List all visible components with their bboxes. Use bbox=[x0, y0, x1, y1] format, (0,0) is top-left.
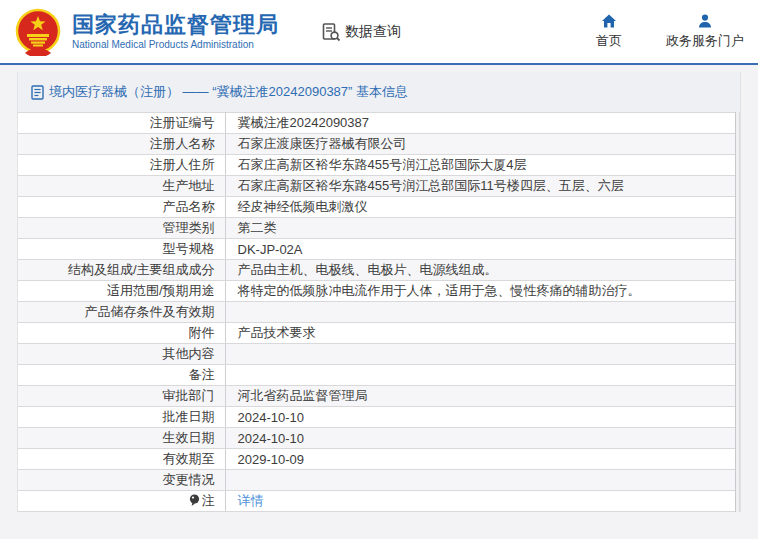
row-label: 审批部门 bbox=[18, 386, 225, 407]
table-row: 其他内容 bbox=[18, 344, 740, 365]
row-label: 变更情况 bbox=[18, 470, 225, 491]
row-label: 结构及组成/主要组成成分 bbox=[18, 260, 225, 281]
data-query-label: 数据查询 bbox=[345, 23, 401, 41]
row-value: 石家庄高新区裕华东路455号润江总部国际大厦4层 bbox=[225, 155, 740, 176]
site-header: 国家药品监督管理局 National Medical Products Admi… bbox=[0, 0, 758, 63]
table-row: 注册人名称 石家庄渡康医疗器械有限公司 bbox=[18, 134, 740, 155]
document-icon bbox=[31, 85, 44, 100]
nav-home[interactable]: 首页 bbox=[596, 13, 622, 50]
row-label: 适用范围/预期用途 bbox=[18, 281, 225, 302]
nav-gov-portal-label: 政务服务门户 bbox=[666, 32, 744, 50]
user-icon bbox=[697, 13, 713, 29]
doc-search-icon bbox=[321, 22, 341, 42]
table-row: 审批部门 河北省药品监督管理局 bbox=[18, 386, 740, 407]
note-label: 注 bbox=[202, 493, 215, 508]
table-row: 注册人住所 石家庄高新区裕华东路455号润江总部国际大厦4层 bbox=[18, 155, 740, 176]
row-value: 第二类 bbox=[225, 218, 740, 239]
row-value: 详情 bbox=[225, 491, 740, 512]
row-label: 备注 bbox=[18, 365, 225, 386]
nav-gov-portal[interactable]: 政务服务门户 bbox=[666, 13, 744, 50]
table-row: 产品储存条件及有效期 bbox=[18, 302, 740, 323]
row-label: 注册证编号 bbox=[18, 113, 225, 134]
row-label: 产品储存条件及有效期 bbox=[18, 302, 225, 323]
registration-info-table: 注册证编号 冀械注准20242090387 注册人名称 石家庄渡康医疗器械有限公… bbox=[18, 112, 740, 512]
brand-block: 国家药品监督管理局 National Medical Products Admi… bbox=[72, 13, 279, 50]
row-value bbox=[225, 470, 740, 491]
breadcrumb: 境内医疗器械（注册） —— “冀械注准20242090387” 基本信息 bbox=[18, 72, 740, 112]
row-value: 石家庄高新区裕华东路455号润江总部国际11号楼四层、五层、六层 bbox=[225, 176, 740, 197]
table-row: 批准日期 2024-10-10 bbox=[18, 407, 740, 428]
row-label: 生产地址 bbox=[18, 176, 225, 197]
row-label: 生效日期 bbox=[18, 428, 225, 449]
table-row: 有效期至 2029-10-09 bbox=[18, 449, 740, 470]
content-card: 境内医疗器械（注册） —— “冀械注准20242090387” 基本信息 注册证… bbox=[17, 72, 741, 512]
row-value bbox=[225, 302, 740, 323]
table-row: 注册证编号 冀械注准20242090387 bbox=[18, 113, 740, 134]
note-icon bbox=[189, 494, 200, 507]
home-icon bbox=[601, 13, 617, 29]
row-label: 型号规格 bbox=[18, 239, 225, 260]
table-row: 备注 bbox=[18, 365, 740, 386]
row-value: 石家庄渡康医疗器械有限公司 bbox=[225, 134, 740, 155]
row-value bbox=[225, 365, 740, 386]
row-value: 冀械注准20242090387 bbox=[225, 113, 740, 134]
row-label: 注册人住所 bbox=[18, 155, 225, 176]
row-value: 产品由主机、电极线、电极片、电源线组成。 bbox=[225, 260, 740, 281]
row-value: 产品技术要求 bbox=[225, 323, 740, 344]
site-title: 国家药品监督管理局 bbox=[72, 13, 279, 37]
row-value: 2024-10-10 bbox=[225, 407, 740, 428]
table-row-note: 注 详情 bbox=[18, 491, 740, 512]
row-label: 批准日期 bbox=[18, 407, 225, 428]
nav-home-label: 首页 bbox=[596, 32, 622, 50]
breadcrumb-text: 境内医疗器械（注册） —— “冀械注准20242090387” 基本信息 bbox=[49, 83, 408, 101]
table-row: 产品名称 经皮神经低频电刺激仪 bbox=[18, 197, 740, 218]
row-label: 注册人名称 bbox=[18, 134, 225, 155]
data-query-button[interactable]: 数据查询 bbox=[321, 22, 401, 42]
table-row: 管理类别 第二类 bbox=[18, 218, 740, 239]
row-label: 产品名称 bbox=[18, 197, 225, 218]
site-subtitle: National Medical Products Administration bbox=[72, 39, 279, 50]
detail-link[interactable]: 详情 bbox=[238, 493, 264, 508]
national-emblem-logo bbox=[14, 8, 62, 56]
row-label: 注 bbox=[18, 491, 225, 512]
row-value: DK-JP-02A bbox=[225, 239, 740, 260]
row-value: 2029-10-09 bbox=[225, 449, 740, 470]
row-label: 管理类别 bbox=[18, 218, 225, 239]
row-value: 经皮神经低频电刺激仪 bbox=[225, 197, 740, 218]
table-scrollbar[interactable] bbox=[735, 112, 740, 512]
table-row: 生效日期 2024-10-10 bbox=[18, 428, 740, 449]
table-row: 型号规格 DK-JP-02A bbox=[18, 239, 740, 260]
table-row: 附件 产品技术要求 bbox=[18, 323, 740, 344]
table-row: 结构及组成/主要组成成分 产品由主机、电极线、电极片、电源线组成。 bbox=[18, 260, 740, 281]
table-row: 变更情况 bbox=[18, 470, 740, 491]
row-value: 2024-10-10 bbox=[225, 428, 740, 449]
row-label: 其他内容 bbox=[18, 344, 225, 365]
row-label: 有效期至 bbox=[18, 449, 225, 470]
table-row: 生产地址 石家庄高新区裕华东路455号润江总部国际11号楼四层、五层、六层 bbox=[18, 176, 740, 197]
row-label: 附件 bbox=[18, 323, 225, 344]
row-value: 将特定的低频脉冲电流作用于人体，适用于急、慢性疼痛的辅助治疗。 bbox=[225, 281, 740, 302]
table-row: 适用范围/预期用途 将特定的低频脉冲电流作用于人体，适用于急、慢性疼痛的辅助治疗… bbox=[18, 281, 740, 302]
row-value bbox=[225, 344, 740, 365]
row-value: 河北省药品监督管理局 bbox=[225, 386, 740, 407]
